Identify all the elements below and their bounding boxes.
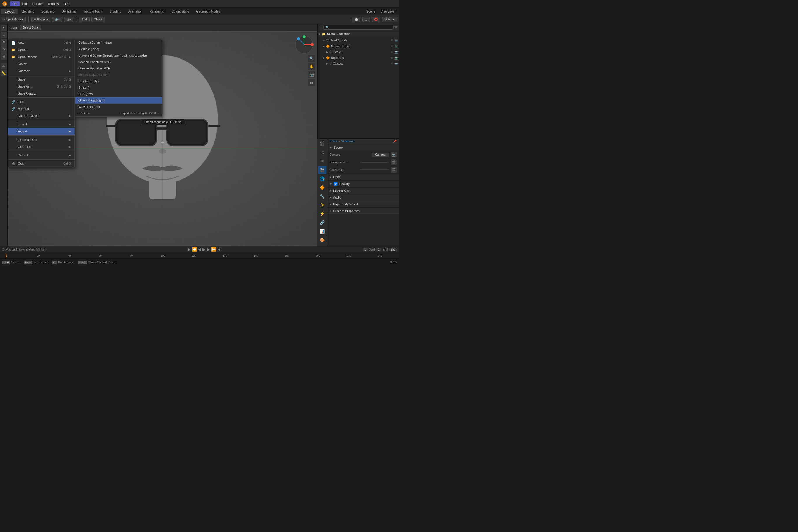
viewport-gizmo[interactable] bbox=[294, 34, 315, 55]
props-tab-render[interactable]: 🎬 bbox=[318, 140, 326, 148]
scene-collection-header[interactable]: ▶ 📁 Scene Collection bbox=[318, 31, 399, 37]
background-select-icon[interactable]: 🎬 bbox=[391, 159, 397, 165]
props-tab-object[interactable]: 🔶 bbox=[318, 184, 326, 192]
menu-open[interactable]: 📂 Open... Ctrl O bbox=[8, 46, 74, 53]
tool-measure[interactable]: 📏 bbox=[1, 70, 7, 76]
menu-save-copy[interactable]: Save Copy... bbox=[8, 90, 74, 97]
snap-btn[interactable]: 🔗▾ bbox=[52, 17, 62, 22]
camera-select-icon[interactable]: 📷 bbox=[391, 152, 397, 157]
menu-open-recent[interactable]: 📂 Open Recent Shift Ctrl O ▶ bbox=[8, 53, 74, 60]
ol-mustache-point[interactable]: ▶ 🔶 MustachePoint 👁 📷 bbox=[318, 43, 399, 49]
hide-eye-icon-4[interactable]: 👁 bbox=[391, 56, 394, 59]
tab-geom[interactable]: Geometry Nodes bbox=[192, 9, 224, 14]
props-viewlayer-link[interactable]: ViewLayer bbox=[341, 140, 355, 143]
export-wavefront[interactable]: Wavefront (.stl) bbox=[75, 103, 162, 110]
hide-eye-icon-5[interactable]: 👁 bbox=[391, 62, 394, 65]
props-keying-header[interactable]: ▶ Keying Sets bbox=[327, 188, 399, 194]
menu-window[interactable]: Window bbox=[45, 1, 61, 6]
jump-start-btn[interactable]: ⏮ bbox=[187, 247, 191, 252]
menu-save-as[interactable]: Save As... Shift Ctrl S bbox=[8, 83, 74, 90]
props-scene-link[interactable]: Scene bbox=[329, 140, 338, 143]
menu-save[interactable]: Save Ctrl S bbox=[8, 76, 74, 83]
menu-quit[interactable]: ⏻ Quit Ctrl Q bbox=[8, 160, 74, 167]
tool-move[interactable]: ✛ bbox=[1, 32, 7, 38]
prev-frame-btn[interactable]: ◀ bbox=[198, 247, 201, 252]
menu-data-previews[interactable]: Data Previews ▶ bbox=[8, 112, 74, 119]
menu-help[interactable]: Help bbox=[61, 1, 73, 6]
menu-edit[interactable]: Edit bbox=[20, 1, 30, 6]
zoom-icon[interactable]: 🔍 bbox=[308, 55, 315, 62]
render-icon-2[interactable]: 📷 bbox=[394, 45, 398, 48]
menu-file[interactable]: File bbox=[10, 1, 20, 6]
start-frame-input[interactable]: 1 bbox=[376, 248, 381, 251]
menu-recover[interactable]: Recover ▶ bbox=[8, 68, 74, 74]
export-motion-capture[interactable]: Motion Capture (.bvh) bbox=[75, 72, 162, 78]
menu-export[interactable]: Export ▶ bbox=[8, 128, 74, 135]
tab-modeling[interactable]: Modeling bbox=[18, 9, 38, 14]
options-btn[interactable]: Options bbox=[382, 17, 397, 22]
timeline-marker-btn[interactable]: Marker bbox=[36, 248, 45, 251]
hide-eye-icon-2[interactable]: 👁 bbox=[391, 45, 394, 48]
tab-shading[interactable]: Shading bbox=[106, 9, 125, 14]
viewport-area[interactable]: 🔍 ✋ 📷 ⊞ 📄 New Ctrl N 📂 bbox=[7, 32, 317, 246]
activeclip-select-icon[interactable]: 🎬 bbox=[391, 167, 397, 173]
tab-layout[interactable]: Layout bbox=[1, 9, 18, 14]
tab-rendering[interactable]: Rendering bbox=[146, 9, 168, 14]
hide-eye-icon[interactable]: 👁 bbox=[391, 39, 394, 42]
props-pin-icon[interactable]: 📌 bbox=[393, 140, 397, 143]
ol-nose-point[interactable]: ▶ 🔶 NosePoint 👁 📷 bbox=[318, 55, 399, 61]
tab-texture[interactable]: Texture Paint bbox=[80, 9, 106, 14]
props-tab-view[interactable]: 👁 bbox=[318, 157, 326, 165]
render-icon-5[interactable]: 📷 bbox=[394, 62, 398, 65]
proportional-btn[interactable]: ◎▾ bbox=[64, 17, 74, 22]
tool-transform[interactable]: ⊞ bbox=[1, 53, 7, 59]
outliner-filter-icon[interactable]: ▽ bbox=[395, 25, 397, 29]
props-scene-header[interactable]: ▼ Scene bbox=[327, 145, 399, 151]
tool-rotate[interactable]: ↻ bbox=[1, 39, 7, 45]
hide-eye-icon-3[interactable]: 👁 bbox=[391, 51, 394, 54]
export-usd[interactable]: Universal Scene Description (.usd, .usdc… bbox=[75, 52, 162, 59]
tab-uv[interactable]: UV Editing bbox=[58, 9, 80, 14]
props-tab-physics[interactable]: ⚡ bbox=[318, 210, 326, 218]
props-tab-constraints[interactable]: 🔗 bbox=[318, 218, 326, 227]
pan-icon[interactable]: ✋ bbox=[308, 63, 315, 70]
tab-compositing[interactable]: Compositing bbox=[168, 9, 192, 14]
props-tab-material[interactable]: 🎨 bbox=[318, 236, 326, 244]
menu-append[interactable]: 🔗 Append... bbox=[8, 105, 74, 112]
menu-revert[interactable]: Revert bbox=[8, 60, 74, 68]
timeline-keying-btn[interactable]: Keying bbox=[19, 248, 28, 251]
camera-icon-btn[interactable]: 📷 bbox=[308, 71, 315, 78]
shading-solid[interactable]: ⬤ bbox=[352, 17, 361, 22]
timeline-playback-btn[interactable]: Playback bbox=[6, 248, 18, 251]
tool-annotate[interactable]: ✏ bbox=[1, 63, 7, 70]
menu-new[interactable]: 📄 New Ctrl N bbox=[8, 39, 74, 46]
timeline-ruler[interactable]: 1 20 40 60 80 100 120 140 160 180 200 22… bbox=[0, 253, 399, 259]
background-value[interactable] bbox=[360, 162, 389, 163]
tab-sculpting[interactable]: Sculpting bbox=[38, 9, 58, 14]
menu-link[interactable]: 🔗 Link... bbox=[8, 98, 74, 105]
export-grease-svg[interactable]: Grease Pencil as SVG bbox=[75, 59, 162, 65]
menu-import[interactable]: Import ▶ bbox=[8, 121, 74, 128]
export-alembic[interactable]: Alembic (.abc) bbox=[75, 46, 162, 52]
menu-defaults[interactable]: Defaults ▶ bbox=[8, 152, 74, 159]
props-tab-modifiers[interactable]: 🔧 bbox=[318, 192, 326, 201]
render-camera-icon[interactable]: 📷 bbox=[394, 39, 398, 42]
tool-cursor[interactable]: ↖ bbox=[1, 25, 7, 32]
grid-icon[interactable]: ⊞ bbox=[308, 79, 315, 86]
mode-selector[interactable]: Object Mode ▾ bbox=[2, 17, 26, 22]
export-grease-pdf[interactable]: Grease Pencil as PDF bbox=[75, 65, 162, 72]
next-keyframe-btn[interactable]: ⏩ bbox=[211, 247, 216, 252]
render-icon-4[interactable]: 📷 bbox=[394, 56, 398, 59]
export-stl[interactable]: Stl (.stl) bbox=[75, 84, 162, 91]
ol-head-occluder[interactable]: ▼ ▽ HeadOccluder 👁 📷 bbox=[318, 37, 399, 43]
props-rigidbody-header[interactable]: ▶ Rigid Body World bbox=[327, 201, 399, 207]
object-btn[interactable]: Object bbox=[91, 17, 105, 22]
props-tab-data[interactable]: 📊 bbox=[318, 227, 326, 235]
export-collada[interactable]: Collada (Default) (.dae) bbox=[75, 39, 162, 46]
gravity-checkbox[interactable] bbox=[334, 182, 338, 186]
shading-wire[interactable]: ◻ bbox=[362, 17, 370, 22]
prev-keyframe-btn[interactable]: ⏪ bbox=[192, 247, 197, 252]
current-frame-display[interactable]: 1 bbox=[363, 248, 368, 251]
props-units-header[interactable]: ▶ Units bbox=[327, 174, 399, 180]
props-gravity-header[interactable]: ▼ Gravity bbox=[327, 180, 399, 187]
